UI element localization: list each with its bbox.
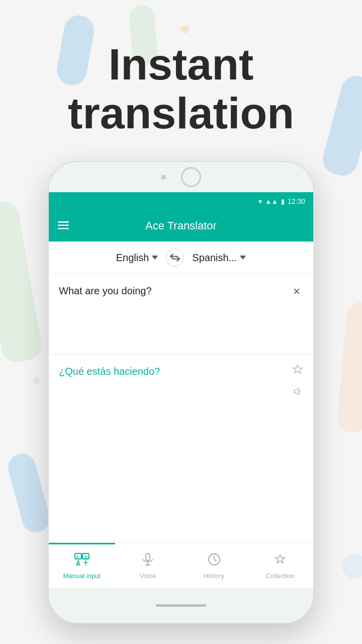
phone-frame: ▾ ▲▲ ▮ 12:30 Ace Translator [48,161,314,624]
svg-text:A: A [76,555,78,558]
status-bar: ▾ ▲▲ ▮ 12:30 [49,192,313,210]
svg-rect-1 [58,225,69,226]
status-time: 12:30 [288,197,305,205]
source-language-arrow [152,256,158,260]
home-indicator [156,604,206,607]
tab-collection-label: Collection [266,572,295,580]
favorite-button[interactable] [292,364,303,378]
bg-decorative-shape [342,553,362,579]
input-text: What are you doing? [59,283,290,298]
phone-wrapper: ▾ ▲▲ ▮ 12:30 Ace Translator [48,161,314,624]
svg-rect-7 [146,553,150,560]
phone-top-bar [49,162,313,192]
svg-text:文: 文 [84,554,87,558]
status-icons: ▾ ▲▲ ▮ 12:30 [258,197,305,205]
tab-manual-input[interactable]: A 文 Manual input [49,543,115,588]
tab-history[interactable]: History [181,543,247,588]
bg-decorative-shape [181,25,189,33]
tab-history-label: History [204,572,224,580]
bottom-navigation: A 文 Manual input [49,542,313,588]
app-title: Ace Translator [79,219,283,232]
history-icon [208,553,221,569]
app-screen: ▾ ▲▲ ▮ 12:30 Ace Translator [49,192,313,588]
clear-button[interactable]: × [290,283,303,299]
source-language-label: English [116,252,149,264]
headline-text: Instant translation [0,40,362,138]
wifi-icon: ▾ [258,197,262,205]
menu-icon[interactable] [58,219,69,232]
tab-voice[interactable]: Voice [115,543,182,588]
translation-text: ¿Qué estás haciendo? [59,366,160,377]
target-language-arrow [240,256,246,260]
translation-area: ¿Qué estás haciendo? [49,355,313,542]
swap-languages-button[interactable] [166,249,184,267]
input-area[interactable]: What are you doing? × [49,274,313,355]
speak-button[interactable] [292,386,303,399]
battery-icon: ▮ [281,198,285,205]
svg-rect-0 [58,221,69,223]
app-toolbar: Ace Translator [49,210,313,242]
source-language-selector[interactable]: English [116,252,158,264]
phone-bottom-bar [49,588,313,623]
language-selector-row: English Spanish... [49,242,313,274]
bg-decorative-shape [0,199,44,364]
phone-speaker [181,167,201,187]
headline-block: Instant translation [0,40,362,138]
translation-actions [292,364,303,399]
tab-voice-label: Voice [140,572,156,580]
tab-collection[interactable]: Collection [247,543,314,588]
bg-decorative-shape [336,301,362,434]
target-language-selector[interactable]: Spanish... [192,252,246,264]
tab-manual-input-label: Manual input [63,572,101,580]
voice-icon [142,553,153,569]
svg-rect-2 [58,228,69,229]
phone-camera [161,175,166,180]
bg-decorative-shape [33,377,40,384]
collection-icon [274,553,287,569]
target-language-label: Spanish... [192,252,237,264]
manual-input-icon: A 文 [74,553,89,569]
signal-icon: ▲▲ [265,198,278,205]
bg-decorative-shape [5,451,53,536]
